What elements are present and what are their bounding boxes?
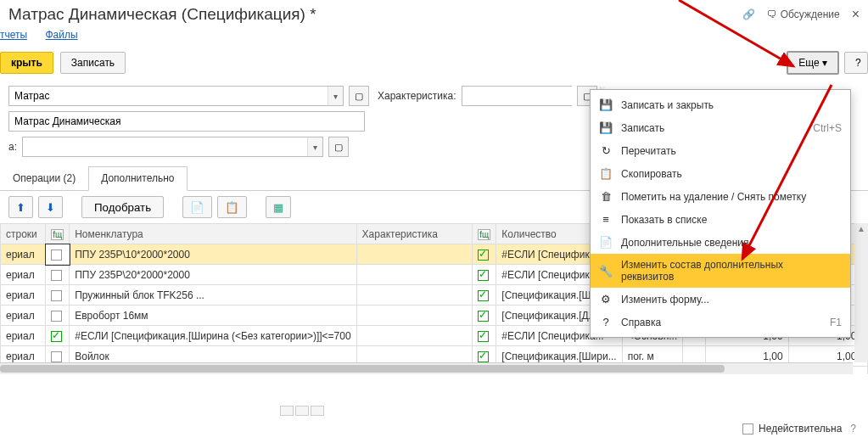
tab-additional[interactable]: Дополнительно (88, 166, 187, 191)
page-title: Матрас Динамическая (Спецификация) * (8, 5, 742, 24)
copy-button[interactable]: 📄 (182, 196, 212, 218)
cell-chk-nom[interactable] (46, 285, 70, 306)
write-button[interactable]: Записать (60, 52, 126, 74)
close-icon[interactable]: × (852, 7, 860, 22)
menu-item-icon: 🗑 (599, 190, 613, 203)
cell-char[interactable] (356, 265, 473, 285)
menu-item-icon: 🔧 (599, 265, 613, 278)
h-scrollbar[interactable] (0, 362, 853, 374)
cell-chk-qty[interactable] (473, 306, 496, 326)
menu-item[interactable]: 📄Дополнительные сведения (591, 231, 850, 254)
cell-type: ериал (1, 306, 46, 326)
cell-type: ериал (1, 244, 46, 265)
cell-char[interactable] (356, 244, 473, 265)
col-fn1[interactable]: fщ (46, 224, 70, 244)
menu-item-shortcut: Ctrl+S (813, 122, 842, 134)
more-menu: 💾Записать и закрыть💾ЗаписатьCtrl+S↻Переч… (590, 89, 851, 338)
paste-button[interactable]: 📋 (217, 196, 247, 218)
cell-type: ериал (1, 265, 46, 285)
more-button[interactable]: Еще ▾ (787, 51, 839, 75)
cell-chk-qty[interactable] (473, 265, 496, 285)
menu-item-icon: 📄 (599, 236, 613, 249)
menu-item[interactable]: 📋Скопировать (591, 162, 850, 185)
menu-item-label: Записать (621, 122, 804, 134)
dropdown-icon[interactable]: ▾ (328, 87, 343, 105)
reports-link[interactable]: тчеты (0, 29, 27, 41)
menu-item-shortcut: F1 (830, 317, 842, 328)
help-button[interactable]: ? (844, 52, 868, 74)
cell-chk-qty[interactable] (473, 326, 496, 346)
menu-item-label: Изменить состав дополнительных реквизито… (621, 259, 833, 283)
inactive-label: Недействительна (759, 423, 842, 435)
menu-item[interactable]: ?СправкаF1 (591, 311, 850, 334)
menu-item-label: Пометить на удаление / Снять пометку (621, 191, 833, 203)
cell-chk-nom[interactable] (46, 265, 70, 285)
menu-item-label: Записать и закрыть (621, 99, 833, 111)
a-input[interactable] (23, 137, 307, 156)
col-characteristic[interactable]: Характеристика (356, 224, 473, 244)
discussion-label: Обсуждение (781, 8, 840, 20)
cell-chk-nom[interactable] (46, 244, 70, 265)
cell-nom[interactable]: ППУ 235Р\10*2000*2000 (70, 244, 356, 265)
a-label: a: (8, 141, 17, 153)
menu-item[interactable]: ≡Показать в списке (591, 208, 850, 231)
menu-item-icon: ↻ (599, 144, 613, 157)
dropdown-icon[interactable]: ▾ (307, 137, 322, 156)
discussion-link[interactable]: 🗨 Обсуждение (767, 8, 839, 20)
cell-nom[interactable]: Пружинный блок TFK256 ... (70, 285, 356, 306)
menu-item-label: Перечитать (621, 145, 833, 157)
tab-operations[interactable]: Операции (2) (0, 166, 88, 190)
cell-chk-qty[interactable] (473, 285, 496, 306)
characteristic-label: Характеристика: (378, 90, 456, 102)
help-footer[interactable]: ? (850, 423, 856, 435)
link-icon[interactable]: 🔗 (742, 8, 755, 20)
menu-item[interactable]: 🔧Изменить состав дополнительных реквизит… (591, 254, 850, 288)
menu-item[interactable]: 💾ЗаписатьCtrl+S (591, 116, 850, 139)
menu-item-label: Скопировать (621, 168, 833, 180)
menu-item[interactable]: ⚙Изменить форму... (591, 288, 850, 311)
cell-type: ериал (1, 326, 46, 346)
inactive-checkbox[interactable] (742, 423, 753, 435)
name-input[interactable] (9, 112, 364, 131)
menu-item-icon: 💾 (599, 121, 613, 134)
col-fn2[interactable]: fщ (473, 224, 496, 244)
files-link[interactable]: Файлы (46, 29, 78, 41)
move-down-button[interactable]: ⬇ (38, 196, 63, 218)
menu-item[interactable]: 🗑Пометить на удаление / Снять пометку (591, 185, 850, 208)
menu-item-icon: ≡ (599, 213, 613, 226)
menu-item-icon: 📋 (599, 167, 613, 180)
open-icon[interactable]: ▢ (349, 86, 369, 106)
menu-item[interactable]: ↻Перечитать (591, 139, 850, 162)
pick-button[interactable]: Подобрать (81, 196, 164, 218)
pager[interactable] (280, 406, 324, 416)
table-button[interactable]: ▦ (266, 196, 291, 218)
cell-nom[interactable]: Евроборт 16мм (70, 306, 356, 326)
menu-item-icon: ⚙ (599, 293, 613, 306)
v-scrollbar[interactable]: ▲ (854, 223, 868, 362)
cell-char[interactable] (356, 285, 473, 306)
menu-item-label: Изменить форму... (621, 294, 833, 306)
cell-nom[interactable]: #ЕСЛИ [Спецификация.[Ширина (<Без катего… (70, 326, 356, 346)
col-rows[interactable]: строки (1, 224, 46, 244)
cell-chk-qty[interactable] (473, 244, 496, 265)
cell-chk-nom[interactable] (46, 306, 70, 326)
save-close-button[interactable]: крыть (0, 52, 53, 74)
move-up-button[interactable]: ⬆ (8, 196, 33, 218)
cell-chk-nom[interactable] (46, 326, 70, 346)
menu-item-label: Дополнительные сведения (621, 237, 833, 249)
menu-item-icon: ? (599, 316, 613, 328)
menu-item-label: Показать в списке (621, 214, 833, 226)
cell-nom[interactable]: ППУ 235Р\20*2000*2000 (70, 265, 356, 285)
col-nomenclature[interactable]: Номенклатура (70, 224, 356, 244)
menu-item-label: Справка (621, 317, 821, 328)
cell-type: ериал (1, 285, 46, 306)
nomenclature-input[interactable] (9, 87, 328, 105)
menu-item[interactable]: 💾Записать и закрыть (591, 93, 850, 116)
cell-char[interactable] (356, 306, 473, 326)
open-icon[interactable]: ▢ (328, 137, 349, 157)
cell-char[interactable] (356, 326, 473, 346)
menu-item-icon: 💾 (599, 98, 613, 111)
